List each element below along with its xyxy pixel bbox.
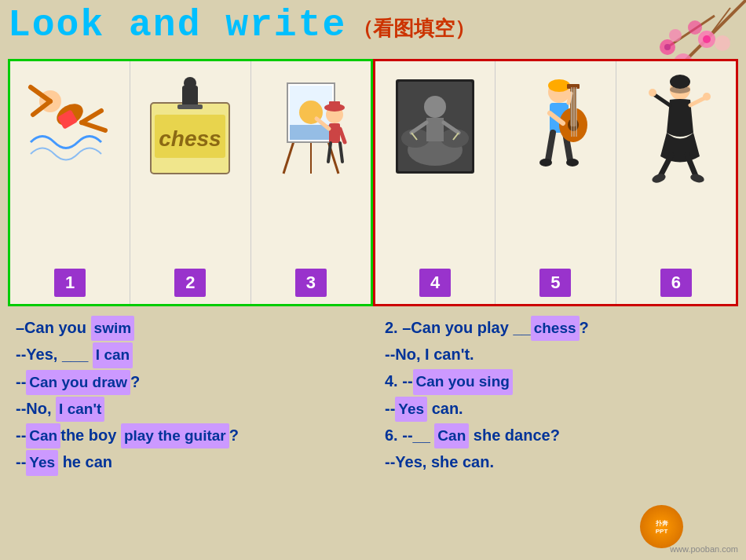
svg-point-78 bbox=[689, 172, 705, 183]
q2-line2: --No, I can't. bbox=[385, 341, 730, 368]
page: Look and write （看图填空） bbox=[0, 0, 746, 560]
q3-text2: --No, bbox=[16, 400, 56, 417]
q4-text1: 4. -- bbox=[385, 372, 413, 390]
svg-text:chess: chess bbox=[159, 126, 221, 151]
q-left: –Can you swim --Yes, ___ I can --Can you… bbox=[8, 310, 369, 552]
logo-circle: 扑奔PPT bbox=[640, 505, 683, 548]
q6-line1: 6. --__ Can she dance? bbox=[385, 422, 730, 448]
dance-icon bbox=[637, 70, 715, 192]
q5-text3: he can bbox=[58, 453, 112, 470]
cell-3-image bbox=[255, 68, 367, 193]
q4-answer1: Can you sing bbox=[413, 369, 513, 394]
cell-3-number: 3 bbox=[295, 269, 327, 297]
cell-1: 1 bbox=[10, 61, 130, 304]
q6-mid: she dance bbox=[469, 426, 550, 444]
q6-text1: 6. --__ bbox=[385, 426, 434, 444]
green-group: 1 chess bbox=[8, 59, 373, 306]
svg-point-73 bbox=[649, 89, 656, 97]
title-sub: （看图填空） bbox=[353, 15, 475, 42]
svg-point-53 bbox=[548, 79, 570, 92]
cell-5-image bbox=[499, 68, 611, 193]
swim-icon bbox=[27, 71, 113, 189]
images-grid: 1 chess bbox=[8, 59, 738, 306]
q4-text3: can. bbox=[427, 400, 463, 417]
questions-area: –Can you swim --Yes, ___ I can --Can you… bbox=[8, 310, 738, 552]
cell-4: 4 bbox=[375, 61, 496, 304]
svg-rect-62 bbox=[567, 84, 580, 89]
svg-rect-47 bbox=[426, 118, 444, 141]
q4-line2: --Yes can. bbox=[385, 395, 730, 422]
svg-line-16 bbox=[82, 111, 101, 123]
svg-line-17 bbox=[82, 123, 105, 130]
q3-answer2: I can't bbox=[56, 397, 104, 422]
chess-icon: chess bbox=[143, 71, 237, 189]
cell-2-image: chess bbox=[134, 68, 246, 193]
logo-text: 扑奔PPT bbox=[656, 519, 668, 535]
q5-answer1: Can bbox=[26, 423, 60, 448]
q2-qmark: ? bbox=[580, 319, 589, 336]
q1-line2: --Yes, ___ I can bbox=[16, 341, 361, 368]
svg-line-38 bbox=[340, 143, 342, 162]
q1-line1: –Can you swim bbox=[16, 314, 361, 341]
q5-qmark: ? bbox=[229, 426, 239, 444]
guitar-icon bbox=[512, 70, 598, 192]
q5-line1: --Canthe boy play the guitar? bbox=[16, 422, 361, 448]
cell-1-image bbox=[14, 68, 126, 193]
q1-answer1: swim bbox=[91, 316, 135, 341]
cell-4-image bbox=[379, 68, 491, 193]
q6-answer1: Can bbox=[434, 423, 469, 448]
svg-point-46 bbox=[424, 96, 446, 118]
cell-5: 5 bbox=[496, 61, 616, 304]
cell-5-number: 5 bbox=[539, 269, 571, 297]
q1-answer2: I can bbox=[93, 342, 133, 368]
red-group: 4 bbox=[373, 59, 738, 306]
draw-icon bbox=[268, 71, 354, 189]
q5-answer2: play the guitar bbox=[121, 423, 229, 448]
svg-rect-24 bbox=[177, 104, 203, 109]
q3-answer1: Can you draw bbox=[26, 370, 130, 395]
q5-text1: -- bbox=[16, 426, 26, 444]
q3-text1: -- bbox=[16, 373, 26, 390]
svg-point-6 bbox=[688, 20, 702, 35]
q2-answer1: chess bbox=[531, 316, 580, 341]
q5-text2: -- bbox=[16, 453, 26, 470]
q3-qmark: ? bbox=[130, 373, 140, 390]
svg-point-11 bbox=[703, 35, 711, 43]
cell-1-number: 1 bbox=[54, 269, 86, 297]
q2-text2: --No, I can't. bbox=[385, 346, 474, 363]
q2-line1: 2. –Can you play __chess? bbox=[385, 314, 730, 341]
q4-answer2: Yes bbox=[395, 397, 427, 422]
q6-line2: --Yes, she can. bbox=[385, 448, 730, 475]
svg-point-74 bbox=[703, 93, 711, 101]
svg-line-55 bbox=[548, 133, 553, 160]
cell-6-image bbox=[620, 68, 732, 193]
q6-text2: --Yes, she can. bbox=[385, 453, 494, 470]
q4-text2: -- bbox=[385, 400, 395, 417]
cell-2-number: 2 bbox=[174, 269, 206, 297]
q2-text1: 2. –Can you play __ bbox=[385, 319, 531, 336]
q-right: 2. –Can you play __chess? --No, I can't.… bbox=[377, 310, 738, 552]
svg-point-7 bbox=[715, 35, 730, 51]
q5-mid: the boy bbox=[60, 426, 121, 444]
svg-line-64 bbox=[569, 93, 571, 103]
svg-point-10 bbox=[664, 44, 671, 50]
svg-rect-40 bbox=[329, 101, 340, 109]
q1-text1: –Can you bbox=[16, 319, 91, 336]
svg-point-58 bbox=[566, 159, 579, 167]
q5-answer3: Yes bbox=[26, 450, 58, 475]
drum-icon bbox=[392, 71, 478, 189]
svg-point-23 bbox=[184, 77, 196, 90]
title-area: Look and write （看图填空） bbox=[8, 4, 475, 46]
q5-line2: --Yes he can bbox=[16, 448, 361, 475]
q1-text2: --Yes, ___ bbox=[16, 346, 93, 363]
watermark: www.pooban.com bbox=[670, 544, 738, 554]
cell-3: 3 bbox=[251, 61, 371, 304]
q6-qmark: ? bbox=[550, 426, 560, 444]
svg-point-8 bbox=[669, 29, 682, 42]
q3-line1: --Can you draw? bbox=[16, 368, 361, 395]
cell-6: 6 bbox=[616, 61, 736, 304]
q3-line2: --No, I can't bbox=[16, 395, 361, 422]
cell-6-number: 6 bbox=[660, 269, 692, 297]
title-main: Look and write bbox=[8, 4, 346, 46]
svg-rect-34 bbox=[329, 123, 340, 143]
